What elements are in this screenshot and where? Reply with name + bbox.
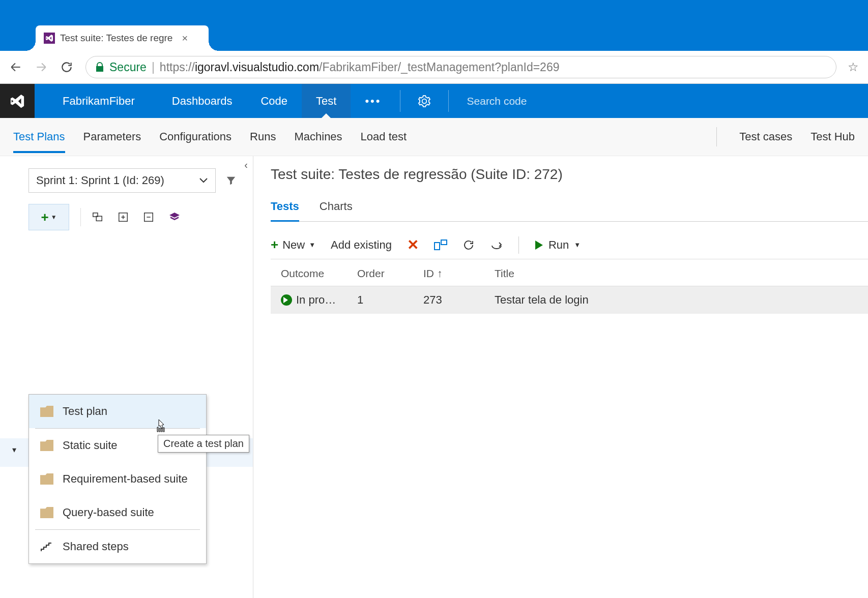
- folder-icon: [40, 406, 53, 417]
- folder-icon: [40, 440, 53, 451]
- toolbar-separator: [80, 208, 81, 226]
- tab-tests[interactable]: Tests: [271, 200, 299, 222]
- vs-logo[interactable]: [0, 84, 35, 118]
- subnav-test-cases[interactable]: Test cases: [739, 130, 792, 143]
- tooltip: Create a test plan: [158, 435, 249, 453]
- subnav-machines[interactable]: Machines: [294, 130, 342, 143]
- reload-button[interactable]: [60, 61, 74, 74]
- test-suite-tree-pane: ‹ Sprint 1: Sprint 1 (Id: 269) + ▼: [0, 156, 253, 598]
- dropdown-test-plan[interactable]: Test plan: [29, 395, 206, 428]
- new-label: New: [282, 238, 305, 252]
- col-outcome[interactable]: Outcome: [281, 267, 357, 280]
- run-button[interactable]: Run ▼: [534, 238, 581, 252]
- in-progress-icon: [281, 294, 292, 306]
- run-label: Run: [548, 238, 569, 252]
- hub-more[interactable]: •••: [351, 84, 395, 118]
- open-icon[interactable]: [490, 240, 503, 251]
- subnav-configurations[interactable]: Configurations: [159, 130, 232, 143]
- folder-icon: [40, 473, 53, 485]
- expand-all-icon[interactable]: [92, 212, 107, 223]
- search-code[interactable]: Search code: [453, 84, 868, 118]
- secure-label: Secure: [109, 61, 147, 74]
- test-suite-detail-pane: Test suite: Testes de regressão (Suite I…: [253, 156, 868, 598]
- url-field[interactable]: Secure | https://igoravl.visualstudio.co…: [85, 56, 836, 78]
- tree-toolbar: + ▼: [28, 202, 253, 232]
- test-sub-nav: Test Plans Parameters Configurations Run…: [0, 118, 868, 156]
- toolbar-separator: [518, 236, 519, 254]
- col-title[interactable]: Title: [495, 267, 868, 280]
- tab-close-icon[interactable]: ×: [182, 33, 188, 44]
- dropdown-query-suite[interactable]: Query-based suite: [29, 496, 206, 529]
- cell-outcome: In pro…: [281, 293, 357, 307]
- bookmark-star-icon[interactable]: ☆: [848, 60, 859, 74]
- collapse-pane-icon[interactable]: ‹: [244, 159, 248, 171]
- caret-down-icon: ▼: [574, 241, 581, 249]
- play-icon: [534, 240, 543, 250]
- hub-code[interactable]: Code: [246, 84, 302, 118]
- browser-chrome: Test suite: Testes de regre ×: [0, 0, 868, 51]
- plan-selector-text: Sprint 1: Sprint 1 (Id: 269): [36, 174, 164, 187]
- suite-inner-tabs: Tests Charts: [271, 200, 868, 222]
- tests-toolbar: + New ▼ Add existing ✕ Run ▼: [271, 231, 868, 259]
- add-existing-button[interactable]: Add existing: [331, 238, 392, 252]
- dropdown-label: Query-based suite: [63, 506, 154, 519]
- dropdown-requirement-suite[interactable]: Requirement-based suite: [29, 462, 206, 496]
- dropdown-label: Test plan: [63, 405, 107, 418]
- add-suite-icon[interactable]: [118, 212, 133, 223]
- subnav-test-plans[interactable]: Test Plans: [13, 130, 65, 143]
- subnav-load-test[interactable]: Load test: [361, 130, 407, 143]
- browser-tab[interactable]: Test suite: Testes de regre ×: [36, 25, 209, 51]
- filter-button[interactable]: [221, 168, 241, 193]
- subnav-test-hub[interactable]: Test Hub: [811, 130, 855, 143]
- back-button[interactable]: [9, 61, 23, 74]
- new-test-button[interactable]: + New ▼: [271, 237, 315, 253]
- hub-test[interactable]: Test: [302, 84, 351, 118]
- refresh-icon[interactable]: [462, 239, 475, 251]
- export-icon[interactable]: [168, 212, 184, 223]
- subnav-parameters[interactable]: Parameters: [83, 130, 141, 143]
- test-plan-selector[interactable]: Sprint 1: Sprint 1 (Id: 269): [28, 168, 216, 193]
- tree-collapse-caret-icon[interactable]: ▾: [12, 445, 16, 455]
- address-bar: Secure | https://igoravl.visualstudio.co…: [0, 51, 868, 84]
- subnav-separator: [716, 127, 717, 146]
- search-placeholder: Search code: [467, 95, 527, 107]
- cell-order: 1: [357, 293, 423, 307]
- tests-grid-header: Outcome Order ID ↑ Title: [271, 259, 868, 286]
- forward-button[interactable]: [35, 61, 49, 74]
- add-dropdown: Test plan Static suite Requirement-based…: [28, 394, 207, 564]
- plus-icon: +: [41, 210, 48, 225]
- add-menu-button[interactable]: + ▼: [28, 204, 69, 230]
- col-id[interactable]: ID ↑: [423, 267, 495, 280]
- caret-down-icon: ▼: [51, 214, 57, 221]
- grid-view-icon[interactable]: [434, 240, 447, 251]
- url-text: https://igoravl.visualstudio.com/Fabrika…: [160, 61, 560, 74]
- remove-suite-icon[interactable]: [143, 212, 158, 223]
- caret-down-icon: ▼: [309, 241, 315, 249]
- sort-asc-icon: ↑: [437, 267, 443, 280]
- tab-charts[interactable]: Charts: [320, 200, 353, 221]
- subnav-runs[interactable]: Runs: [250, 130, 276, 143]
- test-row[interactable]: In pro… 1 273 Testar tela de login: [271, 286, 868, 314]
- svg-rect-5: [441, 240, 447, 245]
- chevron-down-icon: [199, 177, 208, 184]
- vs-favicon: [44, 33, 55, 44]
- remove-test-icon[interactable]: ✕: [407, 236, 419, 253]
- hub-separator: [400, 90, 400, 112]
- svg-rect-4: [435, 243, 440, 250]
- hub-dashboards[interactable]: Dashboards: [158, 84, 247, 118]
- project-name: FabrikamFiber: [63, 95, 135, 108]
- settings-button[interactable]: [404, 84, 444, 118]
- shared-steps-icon: [40, 541, 53, 552]
- tab-title: Test suite: Testes de regre: [60, 33, 172, 44]
- suite-title: Test suite: Testes de regressão (Suite I…: [271, 166, 868, 183]
- lock-icon: [95, 62, 104, 72]
- tab-strip: Test suite: Testes de regre ×: [36, 25, 209, 51]
- folder-icon: [40, 507, 53, 518]
- project-selector[interactable]: FabrikamFiber: [35, 84, 158, 118]
- cell-id: 273: [423, 293, 495, 307]
- vsts-header: FabrikamFiber Dashboards Code Test ••• S…: [0, 84, 868, 118]
- main-content: ‹ Sprint 1: Sprint 1 (Id: 269) + ▼: [0, 156, 868, 598]
- dropdown-shared-steps[interactable]: Shared steps: [29, 530, 206, 563]
- plus-icon: +: [271, 237, 278, 253]
- col-order[interactable]: Order: [357, 267, 423, 280]
